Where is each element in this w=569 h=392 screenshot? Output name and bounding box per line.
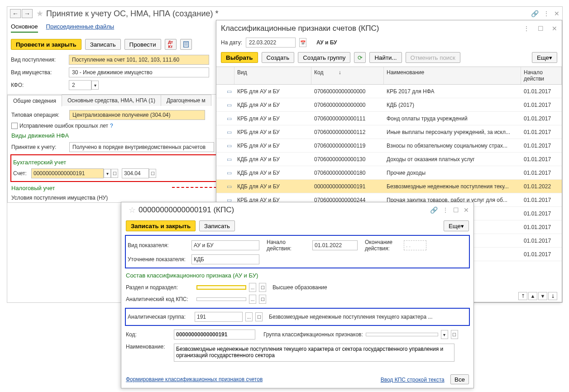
indicator-label: Вид показателя:: [128, 242, 189, 249]
section-label: Раздел и подраздел:: [126, 284, 194, 291]
grid-up-icon[interactable]: ▲: [528, 292, 537, 300]
analytic-code-open-icon[interactable]: ☐: [259, 295, 266, 304]
det-save-close-button[interactable]: Записать и закрыть: [126, 220, 196, 231]
dt-kt-icon[interactable]: ДтКт: [165, 39, 177, 50]
analytic-code-field[interactable]: [196, 297, 246, 301]
row-icon: ▭: [216, 127, 234, 137]
tax-cond-label: Условия поступления имущества (НУ): [11, 195, 115, 201]
section-open-icon[interactable]: ☐: [259, 283, 266, 292]
det-more-button[interactable]: Еще ▾: [444, 220, 469, 231]
post-and-close-button[interactable]: Провести и закрыть: [11, 39, 81, 50]
tab-main[interactable]: Основное: [11, 23, 38, 33]
cell-kod: 07060000000000180: [311, 168, 384, 178]
code-field[interactable]: 00000000000000191: [174, 330, 255, 339]
name-textarea[interactable]: [174, 344, 454, 362]
analytic-group-field[interactable]: 191: [195, 312, 243, 322]
kfo-field[interactable]: 2: [69, 80, 91, 90]
save-button[interactable]: Записать: [85, 39, 121, 50]
kps-find-button[interactable]: Найти...: [369, 52, 402, 63]
analytic-group-open-icon[interactable]: ☐: [255, 312, 263, 321]
analytic-group-pick-icon[interactable]: ...: [245, 312, 253, 321]
kps-aubu-label: АУ и БУ: [316, 39, 337, 46]
receipt-type-field[interactable]: Поступление на счет 101, 102, 103, 111.6…: [69, 55, 209, 65]
table-row[interactable]: ▭КДБ для АУ и БУ07060000000000180Прочие …: [216, 166, 562, 180]
comp-header: Состав классификационного признака (АУ и…: [121, 269, 473, 282]
kps-refresh-icon[interactable]: ⟳: [354, 52, 366, 63]
cell-date: 01.01.2017: [521, 141, 562, 151]
kps-calendar-icon[interactable]: 📅: [299, 38, 306, 47]
grid-bottom-icon[interactable]: ⤓: [548, 292, 557, 300]
kps-date-field[interactable]: 22.03.2022: [246, 38, 296, 48]
cell-vid: КДБ для АУ и БУ: [234, 100, 311, 110]
subtab-os[interactable]: Основные средства, НМА, НПА (1): [62, 95, 161, 106]
group-kps-field[interactable]: [366, 333, 438, 336]
det-menu-icon[interactable]: ⋮: [442, 206, 449, 214]
all-button[interactable]: Все: [450, 374, 469, 384]
end-field[interactable]: . .: [404, 240, 426, 250]
tab-files[interactable]: Присоединенные файлы: [46, 23, 115, 33]
table-row[interactable]: ▭КДБ для АУ и БУ00000000000000191Безвозм…: [216, 180, 562, 193]
det-maximize-icon[interactable]: ☐: [453, 206, 459, 214]
grid-down-icon[interactable]: ▼: [538, 292, 547, 300]
form-kps-link[interactable]: Формирование классификационных признаков…: [126, 376, 263, 382]
kps-more-button[interactable]: Еще ▾: [532, 52, 557, 63]
table-row[interactable]: ▭КРБ для АУ и БУ07060000000000112Иные вы…: [216, 125, 562, 139]
col-date[interactable]: Начало действи: [521, 67, 562, 84]
close-icon[interactable]: ✕: [554, 10, 559, 17]
section-hint: Высшее образование: [273, 284, 327, 291]
analytic-code-pick-icon[interactable]: ...: [249, 295, 256, 304]
table-row[interactable]: ▭КДБ для АУ и БУ07060000000000000КДБ (20…: [216, 98, 562, 112]
menu-dots-icon[interactable]: ⋮: [543, 10, 550, 17]
det-bluebox-top: Вид показателя: АУ и БУ Начало действия:…: [125, 235, 470, 268]
link-icon[interactable]: 🔗: [531, 10, 539, 17]
group-kps-open-icon[interactable]: ☐: [451, 330, 458, 339]
account1-field[interactable]: 00000000000000191: [31, 168, 104, 178]
help-icon[interactable]: ?: [110, 123, 113, 129]
table-row[interactable]: ▭КДБ для АУ и БУ07060000000000130Доходы …: [216, 153, 562, 166]
input-kps-text-link[interactable]: Ввод КПС строкой текста: [381, 377, 445, 383]
kps-select-button[interactable]: Выбрать: [221, 52, 258, 63]
kps-create-button[interactable]: Создать: [262, 52, 295, 63]
refine-field[interactable]: КДБ: [191, 254, 259, 264]
grid-top-icon[interactable]: ⤒: [518, 292, 527, 300]
post-button[interactable]: Провести: [124, 39, 161, 50]
table-row[interactable]: ▭КРБ для АУ и БУ07060000000000119Взносы …: [216, 139, 562, 153]
subtab-metals[interactable]: Драгоценные м: [161, 95, 211, 106]
kps-maximize-icon[interactable]: ☐: [538, 25, 544, 32]
nav-forward-button[interactable]: →: [22, 9, 33, 18]
table-row[interactable]: ▭КРБ для АУ и БУ07060000000000000КРБ 201…: [216, 85, 562, 98]
det-star-icon[interactable]: ☆: [129, 205, 136, 215]
indicator-field[interactable]: АУ и БУ: [191, 240, 259, 250]
col-kod[interactable]: Код ↓: [311, 67, 384, 84]
report-icon[interactable]: [180, 39, 192, 50]
fix-errors-checkbox[interactable]: [11, 123, 18, 129]
account2-open-icon[interactable]: ☐: [149, 169, 156, 178]
det-close-icon[interactable]: ✕: [464, 206, 469, 214]
fix-errors-label: Исправление ошибок прошлых лет: [19, 123, 108, 129]
account1-open-icon[interactable]: ☐: [111, 169, 118, 178]
kps-create-group-button[interactable]: Создать группу: [298, 52, 350, 63]
kps-close-icon[interactable]: ✕: [552, 25, 557, 32]
section-field[interactable]: [196, 285, 246, 290]
group-kps-dropdown-icon[interactable]: ▾: [441, 330, 448, 339]
account1-dropdown-icon[interactable]: ▾: [104, 169, 111, 178]
subtab-general[interactable]: Общие сведения: [7, 95, 62, 106]
nav-back-button[interactable]: ←: [10, 9, 21, 18]
receive-field[interactable]: Получено в порядке внутриведомственных р…: [69, 142, 214, 152]
favorite-star-icon[interactable]: ★: [36, 9, 43, 19]
cell-date: 01.01.2017: [521, 114, 562, 124]
det-save-button[interactable]: Записать: [199, 220, 235, 231]
det-link-icon[interactable]: 🔗: [430, 206, 438, 214]
account2-field[interactable]: 304.04: [122, 168, 149, 178]
start-field[interactable]: 01.01.2022: [312, 240, 358, 250]
table-row[interactable]: ▭КРБ для АУ и БУ07060000000000111Фонд оп…: [216, 112, 562, 125]
cell-name: Безвозмездные неденежные поступления тек…: [384, 182, 521, 191]
start-label: Начало действия:: [267, 239, 310, 252]
prop-type-field[interactable]: 30 - Иное движимое имущество: [69, 67, 209, 77]
typical-op-field[interactable]: Централизованное получение (304.04): [69, 110, 205, 120]
kps-menu-icon[interactable]: ⋮: [523, 25, 530, 32]
section-pick-icon[interactable]: ...: [249, 283, 256, 292]
col-name[interactable]: Наименование: [384, 67, 521, 84]
col-vid[interactable]: Вид: [234, 67, 311, 84]
kfo-dropdown-icon[interactable]: ▾: [91, 81, 99, 90]
